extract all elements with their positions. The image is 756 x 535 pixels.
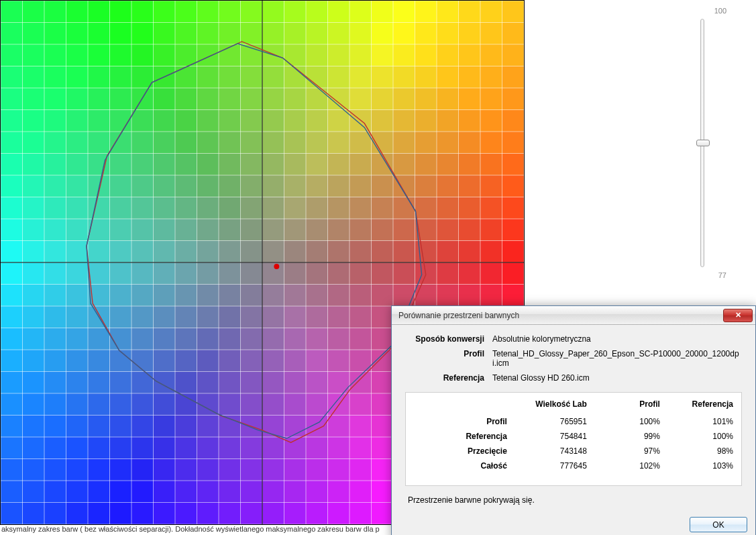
svg-rect-404 [349, 437, 372, 460]
svg-rect-414 [372, 132, 394, 154]
svg-rect-534 [480, 132, 503, 154]
svg-rect-312 [284, 1, 307, 23]
svg-rect-393 [349, 197, 372, 220]
gamut-comparison-dialog: Porównanie przestrzeni barwnych ✕ Sposób… [391, 305, 756, 535]
svg-rect-290 [262, 44, 285, 67]
svg-rect-201 [175, 197, 198, 220]
svg-rect-159 [131, 328, 154, 351]
svg-rect-349 [306, 285, 329, 307]
dialog-titlebar[interactable]: Porównanie przestrzeni barwnych ✕ [392, 306, 755, 325]
svg-rect-226 [197, 219, 220, 242]
svg-rect-54 [44, 132, 67, 154]
svg-rect-53 [44, 110, 67, 133]
svg-rect-62 [44, 306, 67, 329]
svg-rect-565 [502, 285, 525, 307]
svg-rect-18 [1, 393, 23, 416]
svg-rect-7 [1, 154, 23, 177]
svg-rect-492 [437, 262, 460, 285]
svg-rect-38 [23, 306, 46, 329]
slider-thumb[interactable] [696, 140, 710, 146]
col-profil: Profil [587, 399, 660, 409]
svg-rect-359 [306, 503, 329, 525]
svg-rect-88 [66, 350, 89, 373]
svg-rect-160 [131, 350, 154, 373]
svg-rect-315 [284, 66, 307, 89]
svg-rect-303 [262, 328, 285, 351]
close-button[interactable]: ✕ [723, 309, 753, 322]
svg-rect-152 [131, 175, 154, 198]
svg-rect-144 [131, 1, 154, 23]
svg-rect-416 [372, 175, 394, 198]
slider-value-label: 77 [676, 271, 729, 279]
svg-rect-262 [219, 481, 241, 503]
svg-rect-235 [197, 416, 220, 438]
svg-rect-277 [241, 285, 264, 307]
svg-rect-141 [110, 459, 133, 482]
svg-rect-538 [480, 219, 503, 242]
svg-rect-241 [219, 23, 241, 46]
profile-value: Tetenal_HD_Glossy_Paper_260_Epson_SC-P10… [492, 349, 742, 368]
svg-rect-491 [437, 241, 460, 264]
lightness-slider[interactable]: 100 77 [676, 7, 729, 289]
svg-rect-301 [262, 285, 285, 307]
svg-rect-206 [175, 306, 198, 329]
svg-rect-155 [131, 241, 154, 264]
svg-rect-188 [154, 437, 176, 460]
svg-rect-243 [219, 66, 241, 89]
svg-rect-322 [284, 219, 307, 242]
svg-rect-344 [306, 175, 329, 198]
svg-rect-400 [349, 350, 372, 373]
svg-rect-460 [415, 88, 438, 111]
svg-rect-51 [44, 66, 67, 89]
ok-button[interactable]: OK [690, 517, 747, 532]
svg-rect-387 [349, 66, 372, 89]
svg-rect-228 [197, 262, 220, 285]
row-lab: 765951 [507, 417, 587, 426]
svg-rect-4 [1, 88, 23, 111]
svg-rect-247 [219, 154, 241, 177]
svg-rect-208 [175, 350, 198, 373]
svg-rect-79 [66, 154, 89, 177]
svg-rect-282 [241, 393, 264, 416]
svg-rect-517 [459, 285, 482, 307]
svg-rect-172 [154, 88, 176, 111]
svg-rect-130 [110, 219, 133, 242]
svg-rect-541 [480, 285, 503, 307]
svg-rect-558 [502, 132, 525, 154]
svg-rect-143 [110, 503, 133, 525]
svg-rect-136 [110, 350, 133, 373]
svg-rect-128 [110, 175, 133, 198]
svg-rect-328 [284, 350, 307, 373]
svg-rect-323 [284, 241, 307, 264]
svg-rect-361 [328, 23, 351, 46]
svg-rect-184 [154, 350, 176, 373]
svg-rect-76 [66, 88, 89, 111]
svg-rect-140 [110, 437, 133, 460]
svg-rect-11 [1, 241, 23, 264]
slider-track[interactable] [700, 19, 704, 267]
svg-rect-237 [197, 459, 220, 482]
svg-rect-122 [110, 44, 133, 67]
svg-rect-236 [197, 437, 220, 460]
svg-rect-429 [372, 459, 394, 482]
svg-rect-291 [262, 66, 285, 89]
svg-rect-357 [306, 459, 329, 482]
svg-rect-289 [262, 23, 285, 46]
svg-rect-96 [88, 1, 111, 23]
svg-rect-264 [241, 1, 264, 23]
svg-rect-379 [328, 416, 351, 438]
svg-rect-319 [284, 154, 307, 177]
svg-rect-403 [349, 416, 372, 438]
svg-rect-397 [349, 285, 372, 307]
svg-rect-114 [88, 393, 111, 416]
svg-rect-131 [110, 241, 133, 264]
svg-rect-279 [241, 328, 264, 351]
svg-rect-222 [197, 132, 220, 154]
svg-rect-105 [88, 197, 111, 220]
svg-rect-370 [328, 219, 351, 242]
svg-rect-249 [219, 197, 241, 220]
svg-rect-169 [154, 23, 176, 46]
svg-rect-207 [175, 328, 198, 351]
svg-rect-330 [284, 393, 307, 416]
svg-rect-490 [437, 219, 460, 242]
